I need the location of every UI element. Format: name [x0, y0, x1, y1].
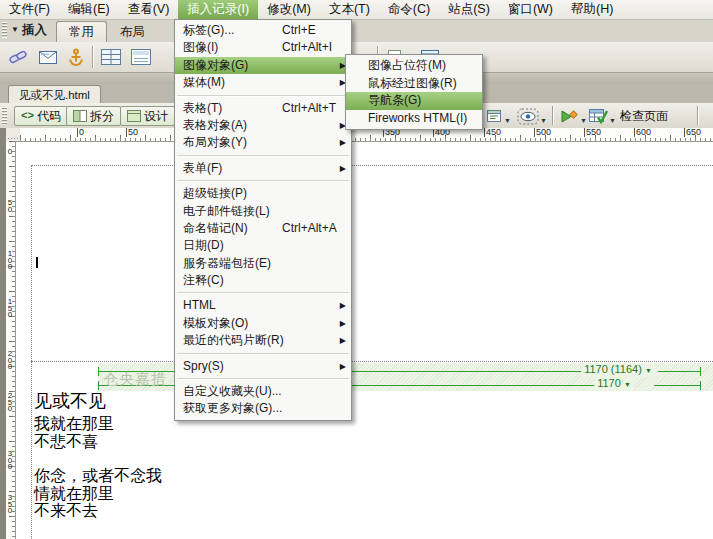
menu-item-label: 表格(T) [183, 101, 222, 115]
menubar-item-10[interactable]: 帮助(H) [562, 0, 622, 19]
menu-item-1[interactable]: 标签(G)...Ctrl+E [175, 22, 351, 39]
submenu-arrow-icon: ▶ [340, 297, 346, 314]
menubar: 文件(F)编辑(E)查看(V)插入记录(I)修改(M)文本(T)命令(C)站点(… [0, 0, 713, 20]
menu-item-3[interactable]: 图像对象(G)▶ [175, 57, 351, 74]
hyperlink-icon[interactable] [6, 47, 30, 67]
email-link-icon[interactable] [36, 47, 60, 67]
design-view-button[interactable]: 设计 [120, 106, 175, 126]
dreamweaver-window: 文件(F)编辑(E)查看(V)插入记录(I)修改(M)文本(T)命令(C)站点(… [0, 0, 713, 539]
ruler-label: 550 [584, 128, 601, 137]
menubar-item-4[interactable]: 插入记录(I) [178, 0, 258, 19]
ruler-label: 50 [6, 200, 14, 213]
menu-item-8[interactable]: 布局对象(Y)▶ [175, 134, 351, 151]
ruler-label: 0 [6, 149, 14, 156]
menu-item-label: 最近的代码片断(R) [183, 333, 284, 347]
image-objects-submenu: 图像占位符(M)鼠标经过图像(R)导航条(G)Fireworks HTML(I) [345, 54, 483, 130]
insert-category-tabs: 常用布局 [56, 21, 158, 42]
menu-separator [177, 378, 349, 380]
submenu-arrow-icon: ▶ [340, 358, 346, 375]
menubar-item-2[interactable]: 编辑(E) [59, 0, 119, 19]
dropdown-arrow-icon: ▼ [504, 117, 511, 124]
menubar-item-6[interactable]: 文本(T) [320, 0, 379, 19]
submenu-item-4[interactable]: Fireworks HTML(I) [346, 110, 482, 128]
dropdown-arrow-icon: ▼ [624, 381, 631, 388]
menu-item-label: Spry(S) [183, 359, 224, 373]
menu-item-23[interactable]: Spry(S)▶ [175, 358, 351, 375]
menu-item-16[interactable]: 服务器端包括(E) [175, 255, 351, 272]
menu-item-label: 命名锚记(N) [183, 221, 248, 235]
preview-debug-button[interactable]: ▼ [517, 107, 547, 125]
split-view-button[interactable]: 拆分 [66, 106, 121, 126]
horizontal-ruler: 050100350400450500550600650 [20, 128, 713, 142]
menu-item-10[interactable]: 表单(F)▶ [175, 160, 351, 177]
menubar-item-8[interactable]: 站点(S) [439, 0, 499, 19]
ruler-label: 500 [534, 128, 551, 137]
vertical-ruler: 050100150200250300350 [6, 141, 16, 539]
ruler-label: 50 [126, 128, 138, 137]
menu-item-shortcut: Ctrl+E [282, 22, 316, 39]
check-page-button[interactable]: ▼ 检查页面 [589, 107, 668, 125]
live-view-button[interactable]: ▼ [560, 107, 587, 125]
ruler-origin-box[interactable] [6, 128, 21, 142]
table-width-menu-inner[interactable]: 1170 ▼ [594, 377, 634, 391]
menubar-item-3[interactable]: 查看(V) [119, 0, 179, 19]
menubar-item-5[interactable]: 修改(M) [258, 0, 320, 19]
menu-item-14[interactable]: 命名锚记(N)Ctrl+Alt+A [175, 220, 351, 237]
insert-tab-2[interactable]: 布局 [107, 21, 158, 42]
live-view-icon [560, 109, 579, 124]
submenu-item-1[interactable]: 图像占位符(M) [346, 57, 482, 75]
submenu-item-label: 导航条(G) [368, 93, 421, 107]
named-anchor-icon[interactable] [64, 47, 88, 67]
insert-div-icon[interactable] [129, 47, 153, 67]
menu-item-label: HTML [183, 298, 216, 312]
menubar-item-9[interactable]: 窗口(W) [499, 0, 562, 19]
file-management-button[interactable]: ▼ [486, 107, 511, 125]
code-view-button[interactable]: <>代码 [14, 106, 68, 126]
menu-item-25[interactable]: 自定义收藏夹(U)... [175, 383, 351, 400]
menu-item-26[interactable]: 获取更多对象(G)... [175, 400, 351, 417]
poem-line-4: 你念，或者不念我 [34, 468, 162, 485]
table-width-line-inner [654, 385, 700, 386]
submenu-item-2[interactable]: 鼠标经过图像(R) [346, 75, 482, 93]
insert-tab-1[interactable]: 常用 [56, 21, 107, 42]
menu-item-4[interactable]: 媒体(M)▶ [175, 74, 351, 91]
menu-separator [177, 155, 349, 157]
menu-item-20[interactable]: 模板对象(O)▶ [175, 315, 351, 332]
menu-item-2[interactable]: 图像(I)Ctrl+Alt+I [175, 39, 351, 56]
menu-item-15[interactable]: 日期(D) [175, 237, 351, 254]
menu-item-12[interactable]: 超级链接(P) [175, 185, 351, 202]
menu-item-label: 图像(I) [183, 40, 218, 54]
table-border-dotted [31, 361, 713, 362]
drag-grip-icon[interactable] [2, 107, 7, 124]
document-tab[interactable]: 见或不见.html [8, 85, 101, 104]
menu-item-17[interactable]: 注释(C) [175, 272, 351, 289]
menu-separator [177, 353, 349, 355]
menu-separator [177, 292, 349, 294]
menu-item-label: 表单(F) [183, 161, 222, 175]
menu-item-6[interactable]: 表格(T)Ctrl+Alt+T [175, 100, 351, 117]
design-view-canvas[interactable]: 1170 (1164) ▼ 1170 ▼ 仓央嘉措 见或不见我就在那里不悲不喜你… [15, 141, 713, 539]
menu-item-shortcut: Ctrl+Alt+T [282, 100, 336, 117]
drag-grip-icon[interactable] [2, 22, 7, 38]
menu-item-19[interactable]: HTML▶ [175, 297, 351, 314]
menubar-item-1[interactable]: 文件(F) [0, 0, 59, 19]
ruler-label: 250 [6, 393, 14, 413]
toolbar-separator [92, 46, 93, 68]
poem-line-2: 我就在那里 [34, 416, 114, 433]
check-page-icon [589, 108, 608, 125]
table-icon[interactable] [99, 47, 123, 67]
menu-item-13[interactable]: 电子邮件链接(L) [175, 203, 351, 220]
menubar-item-7[interactable]: 命令(C) [379, 0, 439, 19]
submenu-item-label: Fireworks HTML(I) [368, 111, 467, 125]
menu-item-label: 超级链接(P) [183, 186, 247, 200]
collapse-arrow-icon: ▼ [11, 25, 19, 34]
ruler-label: 600 [634, 128, 651, 137]
insert-palette-title[interactable]: ▼插入 [11, 22, 47, 39]
submenu-item-3[interactable]: 导航条(G) [346, 92, 482, 110]
menu-item-label: 服务器端包括(E) [183, 256, 271, 270]
table-width-menu-outer[interactable]: 1170 (1164) ▼ [581, 363, 655, 377]
menu-item-21[interactable]: 最近的代码片断(R)▶ [175, 332, 351, 349]
menu-item-7[interactable]: 表格对象(A)▶ [175, 117, 351, 134]
submenu-item-label: 图像占位符(M) [368, 58, 446, 72]
menu-separator [177, 180, 349, 182]
